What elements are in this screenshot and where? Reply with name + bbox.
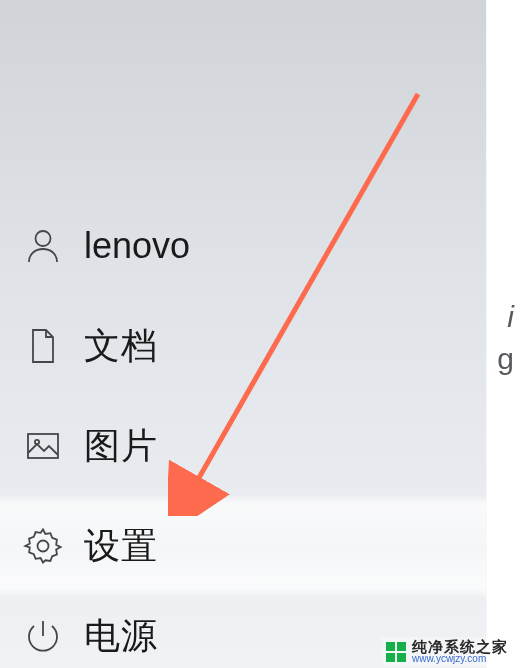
- start-menu-panel: lenovo 文档 图片: [0, 0, 486, 668]
- picture-icon: [20, 423, 66, 469]
- stray-char: g: [497, 342, 514, 376]
- gear-icon: [20, 523, 66, 569]
- menu-item-user[interactable]: lenovo: [0, 196, 486, 296]
- document-icon: [20, 323, 66, 369]
- svg-point-2: [35, 440, 39, 444]
- stray-char: i: [507, 300, 514, 334]
- menu-label-settings: 设置: [84, 522, 158, 571]
- watermark: 纯净系统之家 www.ycwjzy.com: [382, 637, 512, 666]
- menu-label-documents: 文档: [84, 322, 158, 371]
- svg-point-3: [38, 541, 49, 552]
- menu-item-settings[interactable]: 设置: [0, 496, 486, 596]
- person-icon: [20, 223, 66, 269]
- menu-item-documents[interactable]: 文档: [0, 296, 486, 396]
- watermark-title: 纯净系统之家: [412, 639, 508, 654]
- svg-rect-1: [28, 434, 58, 458]
- watermark-logo: [386, 642, 406, 662]
- menu-label-user: lenovo: [84, 225, 190, 267]
- menu-label-power: 电源: [84, 612, 158, 661]
- watermark-url: www.ycwjzy.com: [412, 654, 508, 664]
- power-icon: [20, 613, 66, 659]
- svg-point-0: [36, 231, 51, 246]
- start-menu-list: lenovo 文档 图片: [0, 196, 486, 668]
- right-edge: [486, 0, 520, 668]
- menu-item-pictures[interactable]: 图片: [0, 396, 486, 496]
- menu-label-pictures: 图片: [84, 422, 158, 471]
